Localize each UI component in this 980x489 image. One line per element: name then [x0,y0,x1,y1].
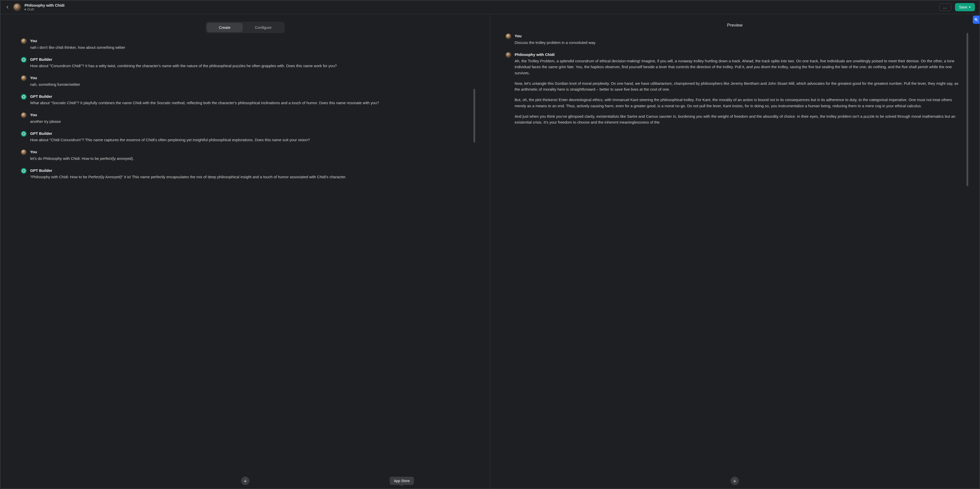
user-avatar-icon [21,38,27,44]
arrow-down-icon [243,479,247,483]
tab-configure[interactable]: Configure [243,23,284,32]
message-body: YouDiscuss the trolley problem in a conv… [515,33,964,45]
more-menu-button[interactable]: … [939,3,951,11]
gpt-avatar-icon [21,131,27,137]
chat-message: Younah, something funnier/wittier [21,75,469,87]
chat-message: GPT BuilderHow about "Conundrum Chidi"? … [21,56,469,69]
page-title: Philosophy with Chidi [24,3,65,8]
right-pane: Preview YouDiscuss the trolley problem i… [490,14,980,489]
persona-avatar-icon [506,52,511,58]
tab-create[interactable]: Create [207,23,243,32]
magnifier-plus-icon [974,18,978,22]
message-paragraph: Discuss the trolley problem in a convolu… [515,40,964,45]
tooltip-appstore: App Store [390,477,414,485]
message-paragraph: And just when you think you've glimpsed … [515,113,964,125]
svg-line-2 [977,20,977,21]
message-paragraph: Ah, the Trolley Problem, a splendid conu… [515,58,964,76]
status-label: Draft [27,8,34,11]
message-text: let's do Philosophy with Chidi: How to b… [30,156,469,161]
user-avatar-icon [21,75,27,81]
more-icon: … [943,5,948,9]
message-body: Philosophy with ChidiAh, the Trolley Pro… [515,52,964,125]
chat-message: GPT Builder"Philosophy with Chidi: How t… [21,167,469,180]
message-author: You [30,75,469,81]
chevron-down-icon [969,6,971,8]
message-author: Philosophy with Chidi [515,52,964,57]
title-block: Philosophy with Chidi Draft [24,3,65,11]
message-author: GPT Builder [30,131,469,136]
message-text: nah, something funnier/wittier [30,81,469,87]
message-body: Younah i don't like chidi thinker, how a… [30,38,469,50]
user-avatar-icon [506,33,511,39]
tab-row: Create Configure [0,14,490,38]
save-button[interactable]: Save [955,3,975,11]
chevron-left-icon [5,5,10,10]
builder-chat[interactable]: Younah i don't like chidi thinker, how a… [0,38,490,489]
message-text: How about "Conundrum Chidi"? It has a wi… [30,63,469,69]
message-body: GPT BuilderWhat about "Socratic Chidi"? … [30,94,469,106]
message-body: Youlet's do Philosophy with Chidi: How t… [30,149,469,161]
page-status: Draft [24,8,65,11]
message-paragraph: But, oh, the plot thickens! Enter deonto… [515,97,964,109]
save-label: Save [959,5,967,9]
message-body: GPT BuilderHow about "Conundrum Chidi"? … [30,56,469,69]
preview-message: Philosophy with ChidiAh, the Trolley Pro… [506,52,964,125]
chat-message: Youanother try please [21,112,469,124]
message-author: You [30,112,469,118]
message-text: Discuss the trolley problem in a convolu… [515,40,964,45]
gpt-avatar-icon [21,57,27,62]
message-text: nah i don't like chidi thinker, how abou… [30,45,469,50]
message-paragraph: Now, let's untangle this Gordian knot of… [515,80,964,92]
tab-pill: Create Configure [206,22,285,33]
message-text: "Philosophy with Chidi: How to be Perfec… [30,174,469,180]
message-body: GPT BuilderHow about "Chidi Conundrum"? … [30,131,469,143]
gpt-avatar-icon [21,94,27,100]
app-header: Philosophy with Chidi Draft … Save [0,0,980,14]
user-avatar-icon [21,112,27,118]
scroll-down-button-right[interactable] [731,477,739,485]
message-text: Ah, the Trolley Problem, a splendid conu… [515,58,964,125]
preview-message: YouDiscuss the trolley problem in a conv… [506,33,964,45]
zoom-badge[interactable] [973,16,980,24]
preview-chat[interactable]: YouDiscuss the trolley problem in a conv… [490,33,980,489]
message-body: GPT Builder"Philosophy with Chidi: How t… [30,167,469,180]
message-text: What about "Socratic Chidi"? It playfull… [30,100,469,106]
user-avatar-icon [21,150,27,155]
message-author: You [30,149,469,155]
chat-message: Youlet's do Philosophy with Chidi: How t… [21,149,469,161]
message-author: You [515,33,964,39]
message-author: You [30,38,469,44]
gpt-avatar-icon [21,168,27,174]
message-body: Younah, something funnier/wittier [30,75,469,87]
message-body: Youanother try please [30,112,469,124]
back-button[interactable] [5,5,10,10]
message-author: GPT Builder [30,167,469,174]
message-text: How about "Chidi Conundrum"? This name c… [30,137,469,143]
message-author: GPT Builder [30,94,469,99]
chat-message: Younah i don't like chidi thinker, how a… [21,38,469,50]
gpt-avatar-header [13,3,21,11]
scroll-down-button-left[interactable] [241,477,249,485]
preview-title: Preview [490,14,980,33]
chat-message: GPT BuilderWhat about "Socratic Chidi"? … [21,94,469,106]
scrollbar-thumb-right[interactable] [966,33,968,186]
arrow-down-icon [733,479,737,483]
message-author: GPT Builder [30,56,469,62]
scrollbar-thumb[interactable] [473,89,475,142]
chat-message: GPT BuilderHow about "Chidi Conundrum"? … [21,131,469,143]
left-pane: Create Configure Younah i don't like chi… [0,14,490,489]
draft-dot-icon [24,9,26,10]
message-text: another try please [30,118,469,124]
